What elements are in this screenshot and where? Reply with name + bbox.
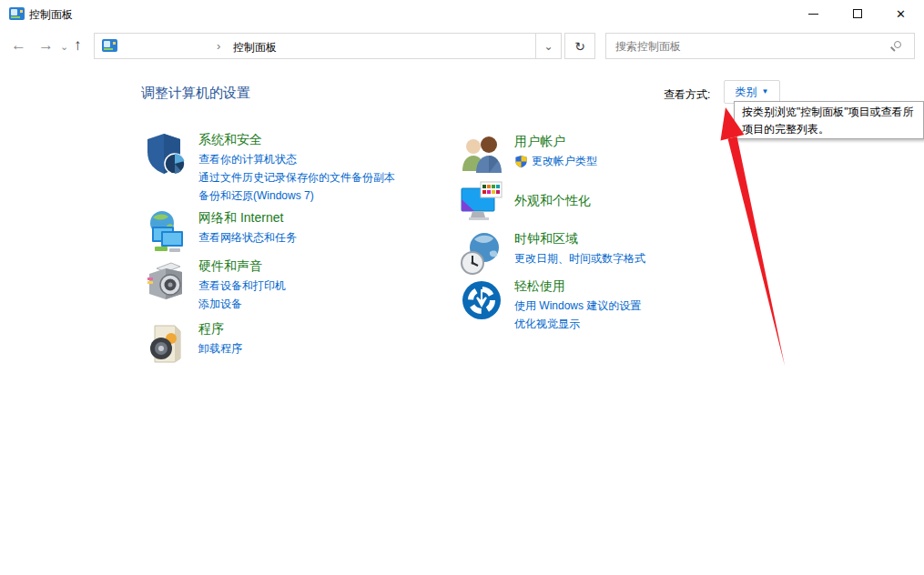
network-internet-icon[interactable] xyxy=(144,209,189,257)
category-title[interactable]: 程序 xyxy=(198,320,444,337)
category-title[interactable]: 系统和安全 xyxy=(198,131,444,147)
link-view-network-status[interactable]: 查看网络状态和任务 xyxy=(198,228,444,247)
programs-icon[interactable] xyxy=(144,320,189,368)
category-user-accounts: 用户帐户 更改帐户类型 xyxy=(460,133,760,170)
forward-icon[interactable]: → xyxy=(38,37,54,53)
category-title[interactable]: 用户帐户 xyxy=(514,133,760,149)
category-appearance-personalization: 外观和个性化 xyxy=(460,179,760,208)
link-windows-suggested-settings[interactable]: 使用 Windows 建议的设置 xyxy=(514,297,760,315)
category-title[interactable]: 网络和 Internet xyxy=(198,209,444,226)
tooltip-line2: 项目的完整列表。 xyxy=(742,121,916,138)
link-add-device[interactable]: 添加设备 xyxy=(198,295,444,313)
page-title: 调整计算机的设置 xyxy=(141,85,250,102)
uac-shield-icon xyxy=(514,155,528,168)
category-clock-region: 时钟和区域 更改日期、时间或数字格式 xyxy=(460,230,760,267)
up-icon[interactable]: ↑ xyxy=(74,37,82,53)
back-icon[interactable]: ← xyxy=(11,37,26,53)
ease-of-access-icon[interactable] xyxy=(460,277,505,325)
refresh-button[interactable]: ↻ xyxy=(564,33,595,59)
link-uninstall-program[interactable]: 卸载程序 xyxy=(198,339,444,358)
category-title[interactable]: 外观和个性化 xyxy=(514,192,760,208)
maximize-button[interactable] xyxy=(836,0,878,27)
minimize-button[interactable] xyxy=(792,0,835,27)
address-bar[interactable]: › 控制面板 ⌄ xyxy=(94,33,562,59)
link-file-history-backup[interactable]: 通过文件历史记录保存你的文件备份副本 xyxy=(198,168,444,187)
control-panel-app-icon xyxy=(9,7,25,20)
appearance-personalization-icon[interactable] xyxy=(460,179,505,227)
clock-region-icon[interactable] xyxy=(460,230,505,277)
link-optimize-visual-display[interactable]: 优化视觉显示 xyxy=(514,315,760,333)
category-ease-of-access: 轻松使用 使用 Windows 建议的设置 优化视觉显示 xyxy=(460,277,760,333)
breadcrumb-control-panel-icon xyxy=(102,39,117,52)
link-change-account-type[interactable]: 更改帐户类型 xyxy=(514,152,760,170)
category-programs: 程序 卸载程序 xyxy=(144,320,444,358)
chevron-down-icon: ▼ xyxy=(762,88,769,96)
category-system-security: 系统和安全 查看你的计算机状态 通过文件历史记录保存你的文件备份副本 备份和还原… xyxy=(144,131,444,205)
refresh-icon: ↻ xyxy=(574,39,585,54)
link-check-computer-status[interactable]: 查看你的计算机状态 xyxy=(198,150,444,168)
history-dropdown-icon[interactable]: ⌄ xyxy=(60,42,68,52)
link-backup-restore-win7[interactable]: 备份和还原(Windows 7) xyxy=(198,187,444,205)
view-by-tooltip: 按类别浏览"控制面板"项目或查看所 项目的完整列表。 xyxy=(734,101,924,139)
maximize-icon xyxy=(853,9,862,18)
breadcrumb-chevron-icon[interactable]: › xyxy=(217,39,220,53)
user-accounts-icon[interactable] xyxy=(460,133,505,180)
window-title: 控制面板 xyxy=(29,7,73,23)
address-dropdown-icon[interactable]: ⌄ xyxy=(535,34,561,58)
tooltip-line1: 按类别浏览"控制面板"项目或查看所 xyxy=(742,104,916,121)
search-icon[interactable] xyxy=(894,41,901,48)
category-title[interactable]: 时钟和区域 xyxy=(514,230,760,247)
view-by-label: 查看方式: xyxy=(664,87,710,103)
category-title[interactable]: 硬件和声音 xyxy=(198,257,444,274)
link-change-date-time-format[interactable]: 更改日期、时间或数字格式 xyxy=(514,249,760,267)
navigation-bar: ← → ⌄ ↑ › 控制面板 ⌄ ↻ xyxy=(0,27,924,64)
title-bar: 控制面板 ✕ xyxy=(0,0,924,27)
close-button[interactable]: ✕ xyxy=(879,0,922,27)
category-network-internet: 网络和 Internet 查看网络状态和任务 xyxy=(144,209,444,247)
system-security-icon[interactable] xyxy=(144,131,189,178)
hardware-sound-icon[interactable] xyxy=(144,257,189,305)
search-input[interactable] xyxy=(615,34,884,58)
close-icon: ✕ xyxy=(896,8,906,20)
link-view-devices-printers[interactable]: 查看设备和打印机 xyxy=(198,277,444,295)
view-by-value: 类别 xyxy=(736,85,757,100)
search-box xyxy=(605,33,915,59)
category-title[interactable]: 轻松使用 xyxy=(514,277,760,294)
minimize-icon xyxy=(808,14,818,15)
breadcrumb[interactable]: 控制面板 xyxy=(233,40,277,55)
category-hardware-sound: 硬件和声音 查看设备和打印机 添加设备 xyxy=(144,257,444,313)
